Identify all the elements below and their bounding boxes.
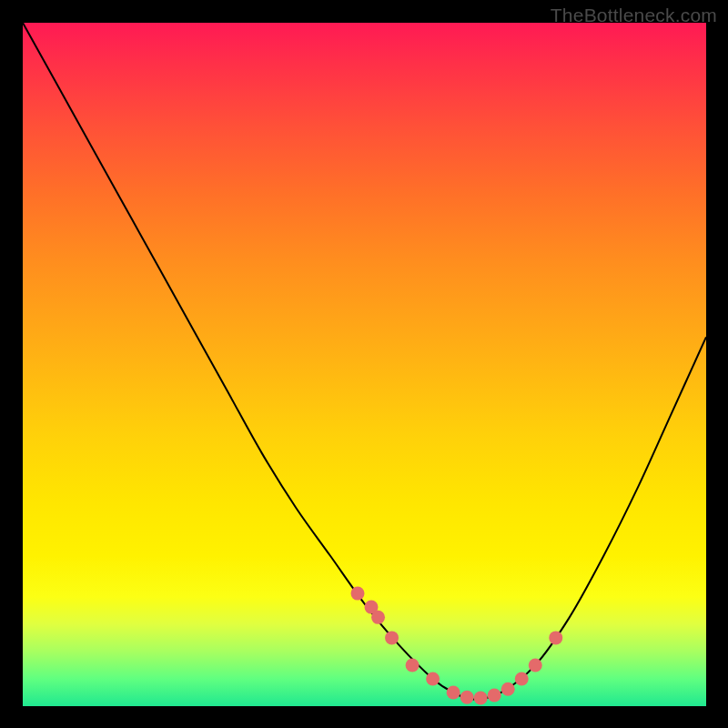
bottleneck-curve [23, 23, 706, 699]
marker-dot [371, 611, 385, 624]
marker-dot [406, 658, 420, 672]
marker-dot [529, 658, 542, 672]
marker-dot [474, 691, 488, 704]
marker-dot [426, 672, 440, 685]
marker-dot [385, 631, 399, 644]
marker-cluster [350, 587, 562, 705]
marker-dot [447, 685, 460, 699]
marker-dot [515, 672, 529, 685]
marker-dot [549, 631, 562, 644]
marker-dot [501, 682, 515, 696]
marker-dot [460, 691, 474, 704]
chart-overlay [23, 23, 706, 706]
marker-dot [350, 587, 364, 601]
marker-dot [488, 688, 501, 702]
